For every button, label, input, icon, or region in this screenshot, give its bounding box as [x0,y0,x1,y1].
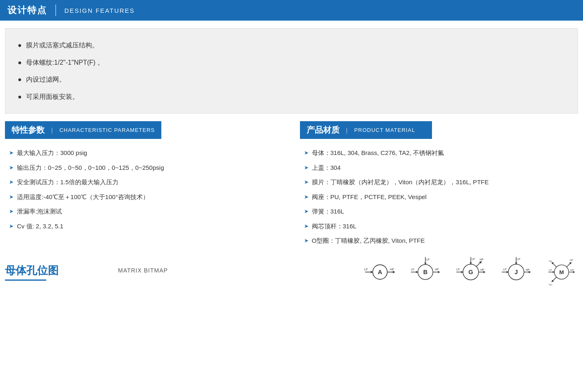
list-item: 安全测试压力：1.5倍的最大输入压力 [9,175,283,190]
svg-text:M: M [559,269,564,275]
matrix-bitmap-section: 母体孔位图 MATRIX BITMAP LP HP [5,256,578,289]
svg-text:A: A [378,269,382,275]
valve-A: LP HP A [363,256,397,289]
design-features-box: 膜片或活塞式减压结构。 母体螺纹:1/2"-1"NPT(F) 。 内设过滤网。 … [5,28,578,114]
list-item: 可采用面板安装。 [18,88,565,106]
list-item: 泄漏率:泡沫测试 [9,204,283,219]
list-item: 输出压力：0~25，0~50，0~100，0~125，0~250psig [9,160,283,175]
svg-text:LP: LP [517,258,521,261]
matrix-bitmap-zh-title: 母体孔位图 [5,263,112,278]
char-params-zh-title: 特性参数 [12,124,45,136]
valve-B: LP LP HP B [409,256,442,289]
valve-B-diagram: LP LP HP B [409,256,442,289]
svg-text:Lp: Lp [549,283,552,286]
product-material-col: 产品材质 | PRODUCT MATERIAL 母体：316L, 304, Br… [292,121,578,248]
params-material-section: 特性参数 | CHARACTERISTIC PARAMETERS 最大输入压力：… [5,121,578,248]
svg-text:B: B [423,269,428,275]
svg-text:HP: HP [390,268,394,271]
list-item: 母体螺纹:1/2"-1"NPT(F) 。 [18,54,565,71]
list-item: 母体：316L, 304, Brass, C276, TA2, 不锈钢衬氟 [304,146,578,160]
list-item: 内设过滤网。 [18,71,565,88]
product-material-list: 母体：316L, 304, Brass, C276, TA2, 不锈钢衬氟 上盖… [300,146,578,248]
header-divider [55,5,56,16]
list-item: 膜片或活塞式减压结构。 [18,37,565,54]
svg-text:LP: LP [503,268,507,271]
valve-J: LP LP HP J [500,256,533,289]
design-features-en-title: DESIGN FEATURES [64,7,135,14]
list-item: O型圈：丁晴橡胶, 乙丙橡胶, Viton, PTFE [304,233,578,248]
list-item: 弹簧：316L [304,204,578,219]
matrix-title-block: 母体孔位图 MATRIX BITMAP [5,263,168,281]
matrix-underline [5,279,46,281]
svg-text:HP: HP [480,258,484,261]
list-item: 阀座：PU, PTFE，PCTFE, PEEK, Vespel [304,190,578,204]
product-material-en-title: PRODUCT MATERIAL [354,127,415,133]
valve-M-diagram: Lp HP LP HP Lp [545,256,578,289]
char-params-list: 最大输入压力：3000 psig 输出压力：0~25，0~50，0~100，0~… [5,146,283,233]
svg-marker-15 [438,271,440,273]
svg-text:HP: HP [570,259,573,261]
svg-text:HP: HP [435,268,439,271]
svg-text:J: J [515,269,518,275]
design-features-zh-title: 设计特点 [7,4,47,16]
list-item: 最大输入压力：3000 psig [9,146,283,160]
valve-G: LP HP LP HP G [454,256,487,289]
list-item: 适用温度:-40℃至＋100℃（大于100°咨询技术） [9,190,283,204]
list-item: 上盖：304 [304,160,578,175]
matrix-bitmap-en-title: MATRIX BITMAP [118,267,168,274]
valve-A-diagram: LP HP A [363,256,397,289]
svg-text:LP: LP [549,269,552,271]
product-material-header: 产品材质 | PRODUCT MATERIAL [300,121,432,139]
list-item: 膜片：丁晴橡胶（内衬尼龙），Viton（内衬尼龙），316L, PTFE [304,175,578,190]
svg-text:LP: LP [411,268,415,271]
valve-diagrams: LP HP A LP [176,256,578,289]
matrix-row: 母体孔位图 MATRIX BITMAP LP HP [5,256,578,289]
svg-text:LP: LP [472,258,475,261]
matrix-label-block: 母体孔位图 MATRIX BITMAP [5,263,168,281]
char-params-en-title: CHARACTERISTIC PARAMETERS [59,127,155,133]
valve-M: Lp HP LP HP Lp [545,256,578,289]
svg-text:G: G [468,269,473,275]
svg-text:HP: HP [480,268,484,271]
char-params-header: 特性参数 | CHARACTERISTIC PARAMETERS [5,121,161,139]
list-item: 阀芯顶杆：316L [304,219,578,234]
design-features-header: 设计特点 DESIGN FEATURES [0,0,583,21]
product-material-zh-title: 产品材质 [307,124,340,136]
svg-text:LP: LP [364,268,368,271]
characteristic-parameters-col: 特性参数 | CHARACTERISTIC PARAMETERS 最大输入压力：… [5,121,292,248]
svg-text:LP: LP [456,268,460,271]
valve-J-diagram: LP LP HP J [500,256,533,289]
design-features-list: 膜片或活塞式减压结构。 母体螺纹:1/2"-1"NPT(F) 。 内设过滤网。 … [18,37,565,105]
list-item: Cv 值: 2, 3.2, 5.1 [9,219,283,234]
svg-text:HP: HP [570,269,574,271]
svg-text:HP: HP [526,268,530,271]
valve-G-diagram: LP HP LP HP G [454,256,487,289]
svg-text:LP: LP [426,258,430,261]
svg-text:Lp: Lp [549,260,552,262]
